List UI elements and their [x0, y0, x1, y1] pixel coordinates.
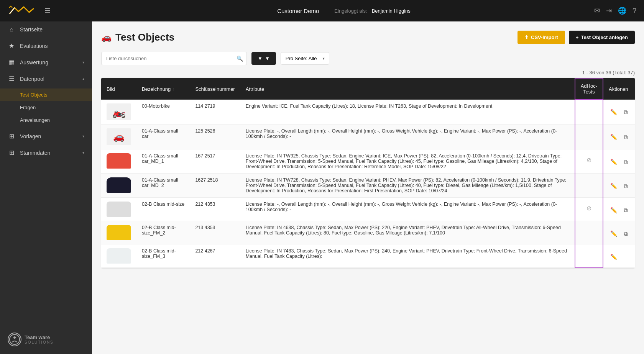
chart-icon: ▦ — [8, 59, 15, 66]
sidebar-item-label: Evaluations — [20, 43, 84, 49]
row-image — [101, 149, 136, 174]
col-bild: Bild — [101, 78, 136, 100]
row-attribute: License Plate: IN TW728, Chassis Type: S… — [240, 174, 575, 198]
add-object-button[interactable]: + Test Object anlegen — [569, 31, 635, 44]
edit-button[interactable]: ✏️ — [609, 229, 619, 239]
top-header: ☰ Customer Demo Eingeloggt als: Benjamin… — [0, 0, 644, 21]
row-actions: ✏️ ⧉ — [603, 125, 635, 149]
col-schlusselnummer: Schlüsselnummer — [190, 78, 240, 100]
vehicle-thumbnail — [107, 202, 131, 217]
edit-button[interactable]: ✏️ — [609, 157, 619, 167]
row-attribute: License Plate: IN 4638, Chassis Type: Se… — [240, 221, 575, 244]
sidebar-item-test-objects[interactable]: Test Objects — [0, 88, 92, 101]
edit-button[interactable]: ✏️ — [609, 205, 619, 215]
mail-icon[interactable]: ✉ — [594, 7, 600, 15]
sidebar-item-label: Startseite — [20, 26, 84, 33]
plus-icon: + — [576, 34, 579, 40]
row-adhoc — [575, 125, 603, 149]
vehicle-thumbnail: 🏍️ — [107, 103, 131, 120]
sidebar-item-anweisungen[interactable]: Anweisungen — [0, 114, 92, 126]
row-actions: ✏️ — [603, 244, 635, 268]
row-attribute: License Plate: IN TW925, Chassis Type: S… — [240, 149, 575, 174]
help-icon[interactable]: ? — [632, 7, 636, 15]
page-title: Test Objects — [115, 31, 174, 43]
row-schlusselnummer: 167 2517 — [190, 149, 240, 174]
row-bezeichnung: 02-B Class mid-size_FM_2 — [136, 221, 190, 244]
header-icons: ✉ ⇥ 🌐 ? — [594, 7, 636, 15]
row-bezeichnung: 01-A-Class small car_MD_2 — [136, 174, 190, 198]
copy-button[interactable]: ⧉ — [622, 132, 629, 142]
copy-button[interactable]: ⧉ — [622, 107, 629, 117]
copy-button[interactable]: ⧉ — [622, 157, 629, 167]
row-image: 🚗 — [101, 125, 136, 149]
sidebar-item-auswertung[interactable]: ▦ Auswertung ▾ — [0, 54, 92, 70]
vehicle-thumbnail — [107, 153, 131, 169]
sidebar-item-stammdaten[interactable]: ⊞ Stammdaten ▾ — [0, 144, 92, 161]
filter-icon: ▼ — [258, 56, 263, 61]
page-title-area: 🚗 Test Objects — [101, 31, 174, 43]
edit-button[interactable]: ✏️ — [609, 132, 619, 142]
teamware-logo: Team ware SOLUTIONS — [8, 333, 54, 346]
copy-button[interactable]: ⧉ — [622, 229, 629, 239]
row-adhoc — [575, 100, 603, 125]
datenpool-submenu: Test Objects Fragen Anweisungen — [0, 87, 92, 128]
search-input[interactable] — [101, 52, 247, 65]
table-row: 01-A-Class small car_MD_1 167 2517 Licen… — [101, 149, 635, 174]
sort-arrow: ↑ — [173, 87, 175, 92]
row-adhoc — [575, 221, 603, 244]
ban-icon: ⊘ — [581, 153, 597, 164]
globe-icon[interactable]: 🌐 — [618, 7, 626, 15]
templates-icon: ⊞ — [8, 133, 15, 140]
sidebar-item-label: Stammdaten — [20, 150, 78, 156]
vehicle-thumbnail — [107, 225, 131, 240]
row-attribute: License Plate: -, Overall Length (mm): -… — [240, 125, 575, 149]
row-adhoc — [575, 174, 603, 198]
edit-button[interactable]: ✏️ — [609, 107, 619, 117]
menu-toggle-icon[interactable]: ☰ — [44, 7, 51, 15]
search-input-wrap: 🔍 — [101, 52, 247, 65]
edit-button[interactable]: ✏️ — [609, 181, 619, 191]
sidebar-item-datenpool[interactable]: ☰ Datenpool ▴ — [0, 70, 92, 87]
page-title-icon: 🚗 — [101, 33, 112, 43]
sidebar-item-evaluations[interactable]: ★ Evaluations — [0, 38, 92, 54]
chevron-down-icon: ▾ — [82, 151, 84, 155]
vehicle-thumbnail — [107, 248, 131, 264]
sidebar-item-vorlagen[interactable]: ⊞ Vorlagen ▾ — [0, 128, 92, 144]
logout-icon[interactable]: ⇥ — [606, 7, 612, 15]
master-data-icon: ⊞ — [8, 149, 15, 156]
table-row: 🏍️ 00-Motorbike 114 2719 Engine Variant:… — [101, 100, 635, 125]
row-bezeichnung: 00-Motorbike — [136, 100, 190, 125]
chevron-up-icon: ▴ — [82, 77, 84, 81]
edit-button[interactable]: ✏️ — [609, 252, 619, 262]
row-image — [101, 221, 136, 244]
table-row: 02-B Class mid-size_FM_2 213 4353 Licens… — [101, 221, 635, 244]
col-aktionen: Aktionen — [603, 78, 635, 100]
teamware-sub: SOLUTIONS — [25, 340, 54, 344]
copy-button[interactable]: ⧉ — [622, 205, 629, 215]
teamware-text: Team ware — [25, 334, 54, 340]
row-attribute: License Plate: IN 7483, Chassis Type: Se… — [240, 244, 575, 268]
sidebar-item-startseite[interactable]: ⌂ Startseite — [0, 21, 92, 38]
svg-point-0 — [10, 334, 20, 344]
star-icon: ★ — [8, 42, 15, 49]
list-icon: ☰ — [8, 75, 15, 82]
row-actions: ✏️ ⧉ — [603, 100, 635, 125]
filter-button[interactable]: ▼ ▼ — [251, 52, 276, 65]
per-page-select[interactable]: Pro Seite: Alle Pro Seite: 10 Pro Seite:… — [281, 52, 329, 65]
sidebar-item-label: Datenpool — [20, 76, 78, 82]
sidebar-item-label: Auswertung — [20, 59, 78, 66]
row-bezeichnung: 02-B Class mid-size — [136, 198, 190, 221]
filter-arrow: ▼ — [265, 56, 270, 61]
table-container: Bild Bezeichnung ↑ Schlüsselnummer Attri… — [101, 78, 635, 268]
row-schlusselnummer: 212 4353 — [190, 198, 240, 221]
search-icon-button[interactable]: 🔍 — [237, 56, 243, 62]
row-image: 🏍️ — [101, 100, 136, 125]
col-bezeichnung[interactable]: Bezeichnung ↑ — [136, 78, 190, 100]
sidebar-item-fragen[interactable]: Fragen — [0, 101, 92, 114]
sidebar-bottom: Team ware SOLUTIONS — [0, 325, 92, 354]
chevron-down-icon: ▾ — [82, 134, 84, 138]
row-schlusselnummer: 212 4267 — [190, 244, 240, 268]
copy-button[interactable]: ⧉ — [622, 181, 629, 191]
csv-import-button[interactable]: ⬆ CSV-Import — [518, 31, 565, 44]
row-image — [101, 174, 136, 198]
